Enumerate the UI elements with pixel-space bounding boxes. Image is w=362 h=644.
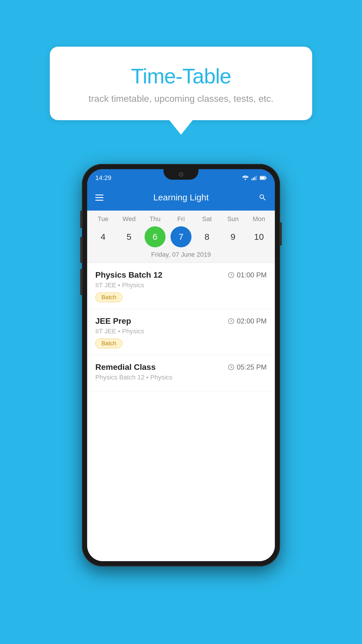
volume-silent-button (80, 211, 82, 228)
day-numbers: 4 5 6 7 8 9 10 (87, 223, 275, 249)
schedule-item-2[interactable]: JEE Prep 02:00 PM IIT JEE • Physics Batc… (87, 309, 275, 355)
feature-subtitle: track timetable, upcoming classes, tests… (73, 93, 289, 104)
schedule-item-2-time: 02:00 PM (228, 317, 267, 325)
phone-screen: 14:29 (87, 169, 275, 561)
clock-icon-1 (228, 272, 234, 278)
day-header-tue: Tue (92, 215, 115, 223)
svg-rect-0 (252, 178, 252, 180)
day-10[interactable]: 10 (248, 226, 269, 247)
svg-rect-1 (253, 178, 254, 180)
phone-mockup: 14:29 (82, 164, 280, 566)
day-4[interactable]: 4 (93, 226, 114, 247)
day-header-thu: Thu (143, 215, 167, 223)
day-5[interactable]: 5 (119, 226, 140, 247)
clock-icon-3 (228, 364, 234, 370)
status-icons (242, 176, 267, 180)
day-headers: Tue Wed Thu Fri Sat Sun Mon (87, 215, 275, 223)
schedule-item-3-subtitle: Physics Batch 12 • Physics (95, 374, 267, 381)
phone-body: 14:29 (82, 164, 280, 566)
selected-date-label: Friday, 07 June 2019 (87, 249, 275, 262)
speech-bubble-container: Time-Table track timetable, upcoming cla… (50, 47, 312, 135)
app-bar: Learning Light (87, 184, 275, 211)
phone-notch (164, 169, 198, 180)
schedule-item-2-header: JEE Prep 02:00 PM (95, 316, 267, 326)
feature-title: Time-Table (73, 64, 289, 88)
day-6-today[interactable]: 6 (145, 226, 166, 247)
svg-rect-2 (254, 177, 255, 180)
schedule-item-1[interactable]: Physics Batch 12 01:00 PM IIT JEE • Phys… (87, 263, 275, 309)
schedule-item-3[interactable]: Remedial Class 05:25 PM Physics Batch 12… (87, 355, 275, 391)
schedule-item-2-batch-badge: Batch (95, 339, 122, 348)
svg-rect-3 (256, 176, 257, 180)
schedule-item-1-subtitle: IIT JEE • Physics (95, 281, 267, 289)
speech-bubble-pointer (169, 120, 193, 135)
schedule-item-1-header: Physics Batch 12 01:00 PM (95, 270, 267, 280)
schedule-item-3-title: Remedial Class (95, 363, 156, 372)
battery-icon (260, 176, 267, 180)
svg-rect-5 (266, 177, 266, 179)
hamburger-menu-icon[interactable] (95, 195, 103, 201)
volume-up-button (80, 237, 82, 263)
day-header-fri: Fri (169, 215, 193, 223)
schedule-item-1-time: 01:00 PM (228, 271, 267, 279)
schedule-item-3-header: Remedial Class 05:25 PM (95, 363, 267, 372)
day-8[interactable]: 8 (196, 226, 217, 247)
clock-icon-2 (228, 318, 234, 324)
schedule-item-2-title: JEE Prep (95, 316, 131, 326)
day-9[interactable]: 9 (222, 226, 243, 247)
app-bar-title: Learning Light (103, 192, 259, 202)
schedule-item-3-time: 05:25 PM (228, 363, 267, 371)
camera (179, 172, 183, 177)
power-button (280, 222, 282, 246)
search-icon[interactable] (259, 193, 267, 202)
day-7-selected[interactable]: 7 (171, 226, 191, 247)
wifi-icon (242, 176, 249, 180)
day-header-sun: Sun (221, 215, 245, 223)
svg-rect-6 (260, 177, 265, 179)
speech-bubble: Time-Table track timetable, upcoming cla… (50, 47, 312, 120)
schedule-item-2-subtitle: IIT JEE • Physics (95, 328, 267, 335)
day-header-wed: Wed (117, 215, 141, 223)
schedule-list: Physics Batch 12 01:00 PM IIT JEE • Phys… (87, 263, 275, 561)
status-time: 14:29 (95, 174, 111, 182)
volume-down-button (80, 269, 82, 295)
day-header-sat: Sat (195, 215, 219, 223)
calendar-strip: Tue Wed Thu Fri Sat Sun Mon 4 5 6 7 8 9 … (87, 211, 275, 263)
schedule-item-1-batch-badge: Batch (95, 293, 122, 302)
signal-icon (252, 176, 257, 180)
schedule-item-1-title: Physics Batch 12 (95, 270, 162, 280)
day-header-mon: Mon (247, 215, 270, 223)
